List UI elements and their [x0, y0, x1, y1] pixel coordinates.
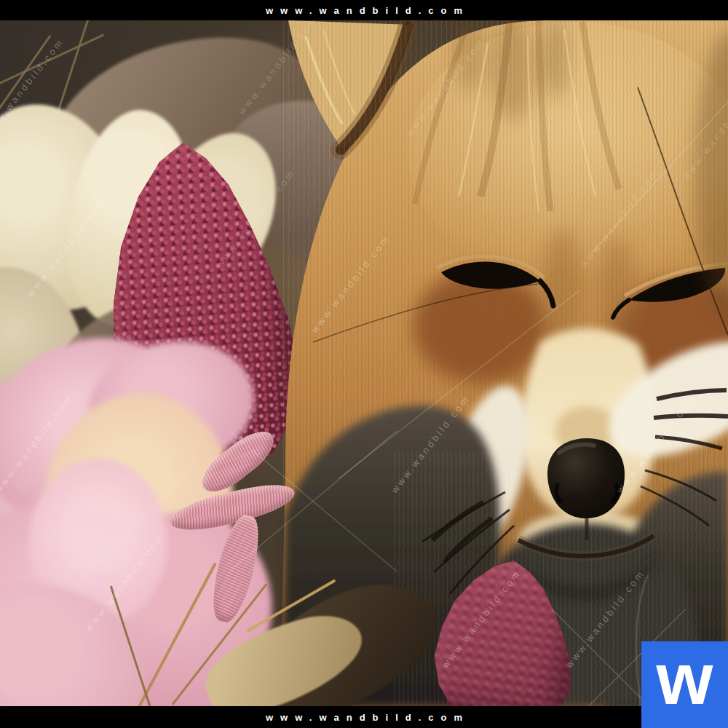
top-watermark-url: www.wandbild.com — [258, 5, 470, 16]
bottom-watermark-bar: www.wandbild.com — [0, 706, 728, 728]
wandbild-logo-letter: w — [657, 642, 713, 715]
bottom-watermark-url: www.wandbild.com — [258, 712, 470, 723]
fox-flower-artwork: www.wandbild.com www.wandbild.com www.wa… — [0, 20, 728, 706]
product-image: www.wandbild.com — [0, 0, 728, 728]
wandbild-logo-badge: w — [641, 641, 728, 728]
top-watermark-bar: www.wandbild.com — [0, 0, 728, 20]
